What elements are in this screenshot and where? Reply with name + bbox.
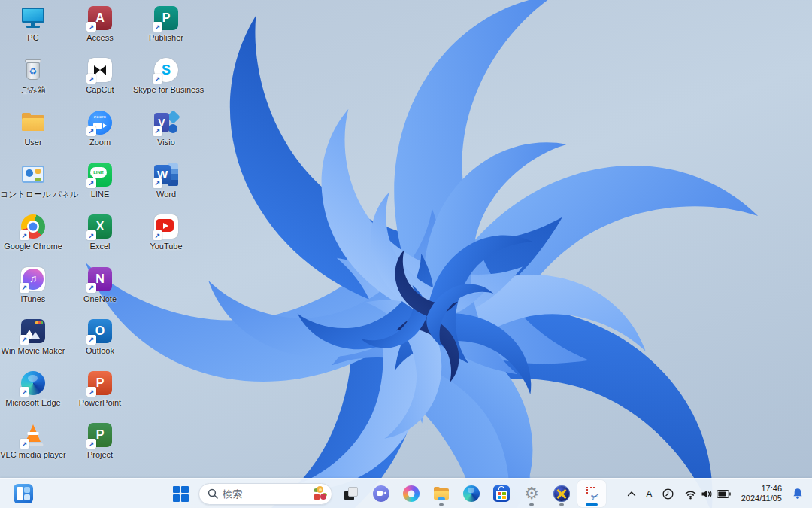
shortcut-arrow-icon: ↗: [20, 335, 29, 345]
active-window-indicator: [586, 503, 598, 506]
seasonal-search-highlight-icon[interactable]: [313, 486, 328, 501]
taskbar-app-file-explorer[interactable]: [427, 480, 456, 507]
recycle-icon: ♻: [20, 56, 47, 84]
youtube-icon: ↗: [153, 213, 180, 240]
desktop-icon-capcut[interactable]: ↗CapCut: [67, 56, 133, 95]
desktop-icon-label: LINE: [67, 190, 133, 199]
taskbar-app-x-sphere[interactable]: [547, 480, 576, 507]
pc-icon: [20, 5, 47, 32]
desktop-icon-chrome[interactable]: ↗Google Chrome: [0, 213, 66, 251]
desktop-icon-label: Zoom: [67, 138, 133, 148]
desktop: PC♻ごみ箱Userコントロール パネル↗Google Chrome♫↗iTun…: [0, 0, 812, 508]
access-icon: A↗: [86, 5, 114, 32]
desktop-icon-youtube[interactable]: ↗YouTube: [133, 213, 199, 251]
edge-icon: [462, 485, 480, 503]
desktop-icon-powerpoint[interactable]: P↗PowerPoint: [67, 370, 133, 408]
desktop-icon-publisher[interactable]: P↗Publisher: [133, 5, 199, 43]
desktop-icon-label: Visio: [133, 138, 199, 148]
taskbar-app-edge[interactable]: [457, 480, 486, 507]
zoomapp-icon: zoom↗: [86, 109, 114, 136]
desktop-icon-label: PowerPoint: [67, 398, 133, 408]
tray-time: 17:46: [761, 484, 782, 494]
shortcut-arrow-icon: ↗: [20, 283, 29, 293]
taskbar-app-store[interactable]: [487, 480, 516, 507]
desktop-icon-label: PC: [0, 33, 66, 43]
clock-date-button[interactable]: 17:46 2024/11/05: [737, 484, 786, 503]
chat-icon: [372, 485, 390, 503]
taskbar-app-copilot[interactable]: [397, 480, 426, 507]
taskbar: ⚙✂ A: [0, 478, 812, 508]
search-box[interactable]: [198, 483, 332, 505]
snipping-tool-icon: ✂: [583, 485, 601, 503]
desktop-icon-zoomapp[interactable]: zoom↗Zoom: [67, 109, 133, 148]
desktop-icon-skype[interactable]: S↗Skype for Business: [133, 56, 199, 95]
desktop-icon-onenote[interactable]: N↗OneNote: [67, 266, 133, 304]
cpanel-icon: [20, 161, 47, 188]
powerpoint-icon: P↗: [86, 370, 114, 397]
desktop-icon-label: iTunes: [0, 294, 66, 304]
desktop-icon-edge[interactable]: ↗Microsoft Edge: [0, 370, 66, 408]
taskbar-app-stacked-windows[interactable]: [337, 480, 365, 507]
publisher-icon: P↗: [153, 5, 180, 32]
battery-icon: [717, 490, 731, 498]
running-indicator: [439, 503, 444, 506]
desktop-icon-label: User: [0, 138, 66, 148]
folder-icon: [20, 109, 47, 136]
notification-bell-icon: [792, 488, 804, 500]
shortcut-arrow-icon: ↗: [86, 335, 96, 345]
desktop-icon-label: OneNote: [67, 294, 133, 304]
desktop-icon-moviemaker[interactable]: ↗Win Movie Maker: [0, 318, 66, 356]
desktop-icon-project[interactable]: P↗Project: [67, 421, 133, 460]
taskbar-app-snipping-tool[interactable]: ✂: [577, 480, 606, 507]
hidden-icons-button[interactable]: [623, 482, 641, 505]
desktop-icon-word[interactable]: W↗Word: [133, 161, 199, 199]
desktop-icon-access[interactable]: A↗Access: [67, 5, 133, 43]
desktop-icon-line[interactable]: LINE↗LINE: [67, 161, 133, 199]
desktop-icon-label: Skype for Business: [133, 85, 199, 95]
desktop-icon-cpanel[interactable]: コントロール パネル: [0, 161, 66, 199]
network-volume-battery-button[interactable]: [680, 482, 735, 505]
tray-date: 2024/11/05: [741, 494, 782, 503]
itunes-icon: ♫↗: [20, 266, 47, 293]
shortcut-arrow-icon: ↗: [153, 178, 162, 188]
stacked-windows-icon: [342, 485, 360, 503]
running-indicator: [529, 503, 534, 506]
widgets-button[interactable]: [11, 482, 36, 506]
clock-tray-button[interactable]: [658, 482, 678, 505]
edge-icon: ↗: [20, 370, 47, 397]
desktop-icon-label: Microsoft Edge: [0, 398, 66, 408]
desktop-icon-excel[interactable]: X↗Excel: [67, 213, 133, 251]
chevron-up-icon: [626, 490, 637, 497]
desktop-icon-label: Publisher: [133, 33, 199, 43]
search-input[interactable]: [223, 488, 308, 500]
desktop-icon-label: ごみ箱: [0, 85, 66, 95]
shortcut-arrow-icon: ↗: [153, 74, 162, 84]
volume-icon: [701, 488, 713, 500]
search-icon: [208, 488, 218, 499]
shortcut-arrow-icon: ↗: [86, 74, 96, 84]
desktop-icon-visio[interactable]: V↗Visio: [133, 109, 199, 148]
word-icon: W↗: [153, 161, 180, 188]
chrome-icon: ↗: [20, 213, 47, 240]
desktop-icon-label: VLC media player: [0, 450, 66, 460]
shortcut-arrow-icon: ↗: [86, 387, 96, 397]
ime-mode-button[interactable]: A: [642, 482, 656, 505]
desktop-icon-itunes[interactable]: ♫↗iTunes: [0, 266, 66, 304]
desktop-icon-pc[interactable]: PC: [0, 5, 66, 43]
desktop-icon-vlc[interactable]: ↗VLC media player: [0, 421, 66, 460]
notification-bell-button[interactable]: [788, 482, 807, 505]
wifi-icon: [684, 488, 697, 500]
start-button[interactable]: [167, 481, 194, 506]
shortcut-arrow-icon: ↗: [86, 178, 96, 188]
file-explorer-icon: [432, 485, 450, 503]
desktop-icon-recycle[interactable]: ♻ごみ箱: [0, 56, 66, 95]
desktop-icon-folder[interactable]: User: [0, 109, 66, 148]
taskbar-app-chat[interactable]: [367, 480, 395, 507]
shortcut-arrow-icon: ↗: [86, 283, 96, 293]
desktop-icon-label: Word: [133, 190, 199, 199]
taskbar-app-settings[interactable]: ⚙: [517, 480, 546, 507]
desktop-icon-outlook[interactable]: O↗Outlook: [67, 318, 133, 356]
capcut-icon: ↗: [86, 56, 114, 84]
shortcut-arrow-icon: ↗: [20, 387, 29, 397]
onenote-icon: N↗: [86, 266, 114, 293]
